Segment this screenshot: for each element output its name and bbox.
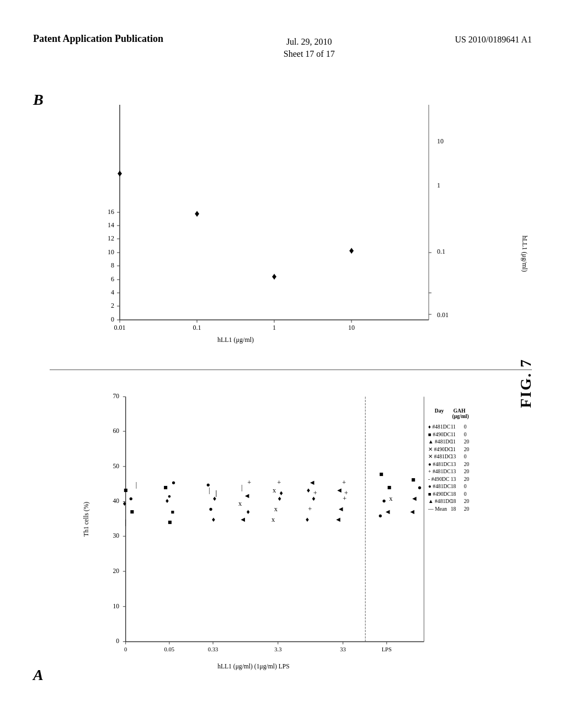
svg-text:11: 11 [451,424,456,430]
panel-separator [50,370,532,370]
svg-text:1: 1 [273,324,276,331]
svg-text:10: 10 [437,137,444,145]
svg-text:30: 30 [113,532,120,539]
svg-text:20: 20 [464,438,470,445]
svg-text:10: 10 [113,603,120,610]
svg-text:8: 8 [111,261,114,269]
svg-text:11: 11 [451,446,456,452]
svg-text:●: ● [378,512,382,520]
svg-text:x: x [274,505,278,513]
svg-text:♦: ♦ [123,500,126,507]
svg-text:+ #481DC: + #481DC [428,468,451,474]
svg-text:■ #490DC: ■ #490DC [428,431,451,437]
svg-text:0.33: 0.33 [208,646,218,652]
svg-text:13: 13 [451,476,456,482]
svg-text:|: | [215,489,217,497]
svg-text:0: 0 [464,453,467,459]
svg-text:|: | [125,518,126,526]
svg-text:♦: ♦ [212,516,215,523]
svg-text:♦: ♦ [279,489,282,497]
svg-text:12: 12 [108,234,114,242]
svg-text:20: 20 [464,506,470,512]
panel-a-label: A [33,666,44,684]
svg-text:40: 40 [113,497,120,505]
page: Patent Application Publication Jul. 29, … [0,0,565,728]
svg-text:20: 20 [113,568,120,575]
svg-text:14: 14 [108,221,114,229]
svg-text:60: 60 [113,427,120,435]
svg-text:●: ● [172,479,176,486]
svg-text:▲ #481DC: ▲ #481DC [428,498,453,504]
svg-text:◄: ◄ [308,479,315,486]
svg-text:10: 10 [348,324,355,331]
svg-text:◄: ◄ [335,516,342,523]
svg-text:◄: ◄ [385,508,391,516]
svg-text:- #490DC: - #490DC [428,476,449,482]
svg-text:0.01: 0.01 [114,324,126,331]
svg-text:●: ● [129,495,134,502]
svg-text:0: 0 [116,638,119,645]
svg-text:✕ #490DC: ✕ #490DC [428,446,452,452]
svg-text:x: x [238,500,242,507]
svg-text:hLL1 (μg/ml): hLL1 (μg/ml) [217,336,254,344]
svg-text:(μg/ml): (μg/ml) [452,413,469,420]
svg-text:■: ■ [387,484,392,491]
panel-a: 0 10 20 30 40 50 60 70 Th1 cells (%) [50,386,532,695]
svg-text:11: 11 [451,438,456,445]
svg-text:20: 20 [464,468,470,474]
svg-text:■: ■ [130,508,134,516]
svg-text:0.1: 0.1 [193,324,201,331]
svg-text:20: 20 [464,476,470,482]
svg-text:● #481DC: ● #481DC [428,483,451,489]
svg-text:50: 50 [113,463,120,470]
svg-text:●: ● [206,481,211,489]
svg-text:◄: ◄ [336,486,343,494]
publication-title: Patent Application Publication [33,33,163,45]
svg-text:hLL1 (μg/ml)         (1μg/ml) : hLL1 (μg/ml) (1μg/ml) LPS [217,663,289,670]
svg-text:■: ■ [379,470,383,478]
svg-text:0.01: 0.01 [437,311,449,319]
svg-text:|: | [136,481,137,489]
svg-text:16: 16 [108,208,114,216]
svg-text:●: ● [209,505,213,513]
svg-text:0: 0 [464,491,467,497]
svg-text:3.3: 3.3 [274,646,281,652]
svg-text:6: 6 [111,275,114,283]
svg-text:+: + [313,489,317,497]
svg-text:+: + [247,479,251,486]
svg-text:18: 18 [451,483,456,489]
svg-text:1: 1 [437,181,440,189]
svg-text:♦: ♦ [117,168,122,179]
svg-text:◄: ◄ [338,505,344,513]
patent-number: US 2010/0189641 A1 [455,35,532,45]
figure-container: B 0 2 4 6 8 10 [33,88,532,695]
svg-text:Day: Day [435,408,444,414]
svg-text:◄: ◄ [244,492,250,500]
svg-text:■: ■ [124,486,128,494]
svg-text:|: | [241,484,243,491]
svg-text:♦: ♦ [247,508,250,516]
svg-text:● #481DC: ● #481DC [428,461,451,467]
svg-text:18: 18 [451,506,456,512]
svg-text:+: + [342,479,346,486]
svg-text:✕ #481DC: ✕ #481DC [428,453,452,459]
header: Patent Application Publication Jul. 29, … [0,33,565,59]
svg-text:♦: ♦ [166,497,169,505]
svg-text:■: ■ [411,476,415,484]
svg-text:70: 70 [113,393,120,400]
svg-text:13: 13 [451,468,456,474]
svg-text:20: 20 [464,446,470,452]
svg-text:x: x [273,486,276,494]
svg-text:LPS: LPS [382,646,392,652]
svg-text:♦ #481DC: ♦ #481DC [428,424,450,430]
panel-b-label: B [33,91,44,109]
svg-text:●: ● [418,484,422,491]
svg-text:33: 33 [340,646,346,652]
sheet-info: Sheet 17 of 17 [284,49,335,59]
svg-text:■ #490DC: ■ #490DC [428,491,451,497]
publication-date: Jul. 29, 2010 [286,37,332,47]
svg-text:●: ● [382,497,386,505]
svg-text:◄: ◄ [409,508,415,516]
svg-text:0.1: 0.1 [437,248,445,255]
svg-text:18: 18 [451,491,456,497]
